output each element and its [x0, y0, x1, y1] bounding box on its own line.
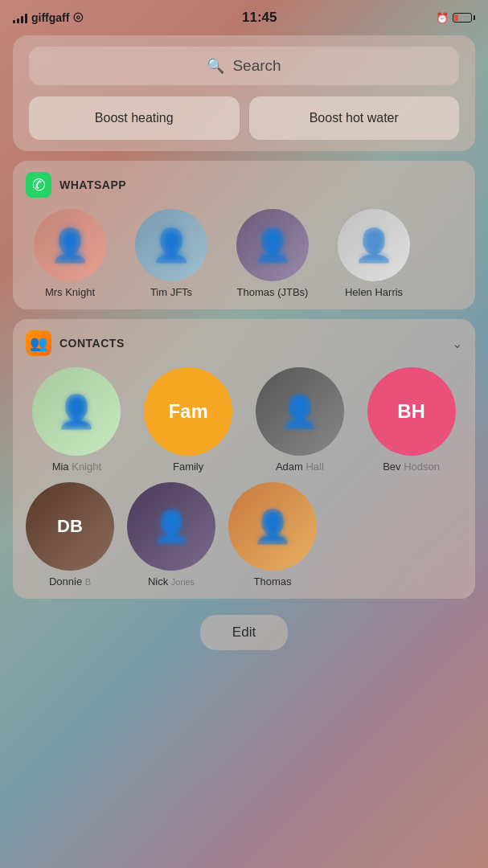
- whatsapp-avatar-4: 👤: [338, 209, 410, 281]
- contact-name-donnie: Donnie B: [26, 575, 114, 588]
- contact-donnie[interactable]: DB Donnie B: [26, 482, 114, 588]
- search-label: Search: [232, 57, 281, 75]
- contact-avatar-donnie: DB: [26, 482, 114, 571]
- whatsapp-contact-4[interactable]: 👤 Helen Harris: [330, 209, 418, 298]
- status-right: ⏰: [436, 12, 475, 24]
- quick-buttons-row: Boost heating Boost hot water: [29, 96, 459, 140]
- whatsapp-contact-2[interactable]: 👤 Tim JFTs: [127, 209, 215, 298]
- contacts-row-2: DB Donnie B 👤 Nick Jones 👤 Thomas: [26, 482, 462, 588]
- contact-avatar-mia: 👤: [32, 367, 121, 456]
- chevron-down-icon[interactable]: ⌄: [452, 336, 462, 351]
- whatsapp-header: ✆ WHATSAPP: [26, 172, 462, 198]
- whatsapp-avatar-1: 👤: [34, 209, 106, 281]
- whatsapp-name-2: Tim JFTs: [127, 286, 215, 298]
- contacts-title: CONTACTS: [59, 337, 125, 350]
- contact-name-thomas: Thomas: [228, 575, 317, 588]
- contact-avatar-adam: 👤: [256, 367, 344, 456]
- contact-name-adam: Adam Hall: [249, 461, 351, 473]
- carrier-label: giffgaff: [31, 11, 69, 24]
- contact-avatar-nick: 👤: [127, 482, 215, 571]
- contact-avatar-family: Fam: [144, 367, 232, 456]
- whatsapp-name-4: Helen Harris: [330, 286, 418, 298]
- whatsapp-icon: ✆: [26, 172, 51, 198]
- contact-name-family: Family: [137, 461, 240, 473]
- whatsapp-name-1: Mrs Knight: [26, 286, 114, 298]
- search-section-card: 🔍 Search Boost heating Boost hot water: [13, 35, 475, 151]
- contacts-icon: 👥: [26, 330, 51, 356]
- alarm-icon: ⏰: [436, 12, 449, 24]
- search-bar[interactable]: 🔍 Search: [29, 47, 459, 85]
- time-display: 11:45: [242, 10, 277, 26]
- contact-name-nick: Nick Jones: [127, 575, 215, 588]
- contact-nick[interactable]: 👤 Nick Jones: [127, 482, 215, 588]
- contact-family[interactable]: Fam Family: [137, 367, 240, 473]
- whatsapp-card: ✆ WHATSAPP 👤 Mrs Knight 👤 Tim JFTs 👤: [13, 161, 475, 309]
- contact-name-mia: Mia Knight: [26, 461, 128, 473]
- contact-avatar-thomas: 👤: [228, 482, 317, 571]
- main-content: 🔍 Search Boost heating Boost hot water ✆…: [0, 35, 488, 663]
- contact-name-bev: Bev Hodson: [360, 461, 462, 473]
- whatsapp-contact-1[interactable]: 👤 Mrs Knight: [26, 209, 114, 298]
- whatsapp-contacts-row: 👤 Mrs Knight 👤 Tim JFTs 👤 Thomas (JTBs) …: [26, 209, 462, 298]
- contacts-card: 👥 CONTACTS ⌄ 👤 Mia Knight Fam Family: [13, 319, 475, 599]
- contact-thomas[interactable]: 👤 Thomas: [228, 482, 317, 588]
- status-bar: giffgaff ⦾ 11:45 ⏰: [0, 0, 488, 35]
- whatsapp-contact-3[interactable]: 👤 Thomas (JTBs): [228, 209, 317, 298]
- status-left: giffgaff ⦾: [13, 10, 83, 25]
- contact-avatar-bev: BH: [367, 367, 456, 456]
- boost-heating-button[interactable]: Boost heating: [29, 96, 240, 140]
- contact-mia[interactable]: 👤 Mia Knight: [26, 367, 128, 473]
- search-icon: 🔍: [207, 57, 224, 75]
- contacts-row-1: 👤 Mia Knight Fam Family 👤 Adam Hall: [26, 367, 462, 473]
- battery-indicator: [453, 13, 475, 23]
- whatsapp-avatar-3: 👤: [236, 209, 309, 281]
- whatsapp-name-3: Thomas (JTBs): [228, 286, 317, 298]
- edit-button-container: Edit: [13, 608, 475, 663]
- contacts-header: 👥 CONTACTS ⌄: [26, 330, 462, 356]
- whatsapp-title: WHATSAPP: [59, 178, 126, 191]
- signal-bars: [13, 12, 27, 23]
- contact-bev[interactable]: BH Bev Hodson: [360, 367, 462, 473]
- wifi-icon: ⦾: [73, 10, 83, 25]
- edit-button[interactable]: Edit: [200, 615, 288, 650]
- boost-hot-water-button[interactable]: Boost hot water: [249, 96, 460, 140]
- contact-adam[interactable]: 👤 Adam Hall: [249, 367, 351, 473]
- whatsapp-avatar-2: 👤: [135, 209, 207, 281]
